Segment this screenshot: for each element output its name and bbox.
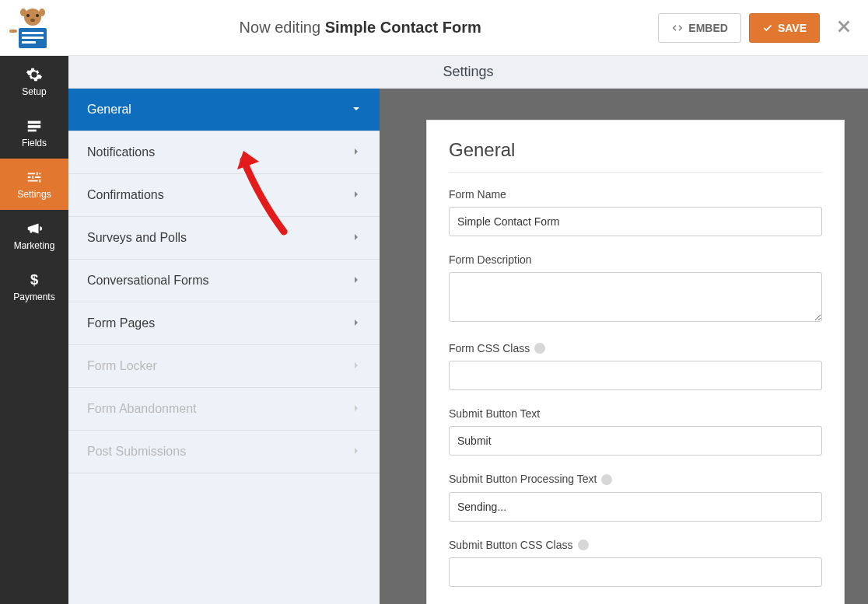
field-form-description: Form Description	[449, 253, 822, 325]
save-button[interactable]: SAVE	[749, 13, 820, 43]
submenu-notifications[interactable]: Notifications	[68, 131, 380, 174]
field-submit-text: Submit Button Text	[449, 407, 822, 456]
submenu-label: Conversational Forms	[87, 274, 209, 288]
editing-title: Now editing Simple Contact Form	[62, 19, 658, 37]
submenu-post-submissions[interactable]: Post Submissions	[68, 431, 380, 473]
svg-point-5	[39, 9, 45, 16]
general-panel: General Form Name Form Description Form …	[426, 120, 845, 604]
chevron-right-icon	[352, 145, 361, 159]
embed-button[interactable]: EMBED	[658, 13, 741, 43]
content-wrap: General Form Name Form Description Form …	[380, 89, 868, 604]
chevron-right-icon	[352, 316, 361, 330]
vnav-setup[interactable]: Setup	[0, 56, 68, 107]
vnav-fields-label: Fields	[22, 138, 47, 148]
help-icon[interactable]	[601, 474, 612, 485]
megaphone-icon	[26, 220, 43, 237]
svg-rect-7	[22, 32, 44, 34]
field-form-css: Form CSS Class	[449, 342, 822, 390]
close-icon	[835, 18, 852, 35]
vnav-payments[interactable]: $ Payments	[0, 261, 68, 312]
editing-label: Now editing	[240, 19, 321, 36]
field-submit-css: Submit Button CSS Class	[449, 539, 822, 587]
chevron-right-icon	[352, 188, 361, 202]
submit-processing-label: Submit Button Processing Text	[449, 473, 822, 485]
help-icon[interactable]	[578, 539, 589, 550]
chevron-right-icon	[352, 402, 361, 416]
svg-point-4	[20, 9, 26, 16]
form-desc-input[interactable]	[449, 272, 822, 322]
submenu-general[interactable]: General	[68, 89, 380, 131]
submenu-label: Surveys and Polls	[87, 231, 187, 245]
divider	[449, 172, 822, 173]
submenu-confirmations[interactable]: Confirmations	[68, 174, 380, 217]
chevron-right-icon	[352, 274, 361, 288]
svg-rect-8	[22, 37, 44, 39]
check-icon	[762, 23, 773, 33]
submit-css-input[interactable]	[449, 557, 822, 587]
content-columns: General Notifications Confirmations Surv…	[68, 89, 868, 604]
submit-processing-input[interactable]	[449, 492, 822, 522]
svg-text:$: $	[30, 271, 38, 288]
submit-text-input[interactable]	[449, 426, 822, 456]
right-column: Settings General Notifications Confirmat…	[68, 56, 868, 604]
chevron-right-icon	[352, 445, 361, 459]
svg-rect-10	[9, 30, 17, 33]
svg-point-1	[26, 14, 30, 17]
submenu-label: General	[87, 103, 131, 117]
submit-text-label: Submit Button Text	[449, 407, 822, 420]
submenu-label: Notifications	[87, 145, 155, 159]
panel-heading: General	[449, 139, 822, 161]
submenu-label: Post Submissions	[87, 445, 186, 459]
form-desc-label: Form Description	[449, 253, 822, 266]
field-form-name: Form Name	[449, 188, 822, 236]
chevron-right-icon	[352, 231, 361, 245]
vnav-settings[interactable]: Settings	[0, 159, 68, 210]
help-icon[interactable]	[534, 343, 545, 354]
svg-rect-9	[22, 41, 36, 44]
app-root: Now editing Simple Contact Form EMBED SA…	[0, 0, 868, 604]
embed-icon	[671, 22, 684, 34]
submenu-formpages[interactable]: Form Pages	[68, 302, 380, 345]
sliders-icon	[26, 169, 43, 186]
editing-form-name: Simple Contact Form	[325, 19, 481, 36]
vnav-marketing[interactable]: Marketing	[0, 210, 68, 261]
page-title: Settings	[443, 64, 493, 80]
field-submit-processing: Submit Button Processing Text	[449, 473, 822, 521]
submenu-label: Form Pages	[87, 316, 155, 330]
svg-point-0	[24, 9, 41, 26]
gear-icon	[26, 66, 43, 83]
wpforms-logo	[8, 5, 54, 51]
vnav-settings-label: Settings	[17, 189, 51, 200]
vnav-payments-label: Payments	[13, 292, 54, 302]
svg-rect-13	[28, 130, 37, 132]
submenu-label: Confirmations	[87, 188, 164, 202]
svg-rect-12	[28, 125, 41, 128]
submenu-abandonment[interactable]: Form Abandonment	[68, 388, 380, 431]
chevron-down-icon	[352, 103, 361, 117]
save-button-label: SAVE	[778, 22, 807, 34]
main-area: Setup Fields Settings Marketing $ Paymen…	[0, 56, 868, 604]
form-name-input[interactable]	[449, 207, 822, 236]
top-bar: Now editing Simple Contact Form EMBED SA…	[0, 0, 868, 56]
form-name-label: Form Name	[449, 188, 822, 201]
chevron-right-icon	[352, 359, 361, 373]
vertical-nav: Setup Fields Settings Marketing $ Paymen…	[0, 56, 68, 604]
close-button[interactable]	[829, 18, 859, 38]
submenu-label: Form Locker	[87, 359, 157, 373]
page-header: Settings	[68, 56, 868, 89]
svg-point-2	[36, 14, 39, 17]
settings-submenu: General Notifications Confirmations Surv…	[68, 89, 380, 604]
vnav-fields[interactable]: Fields	[0, 107, 68, 159]
form-css-input[interactable]	[449, 361, 822, 390]
dollar-icon: $	[26, 271, 43, 288]
vnav-setup-label: Setup	[22, 86, 46, 97]
submenu-label: Form Abandonment	[87, 402, 197, 416]
submenu-conversational[interactable]: Conversational Forms	[68, 260, 380, 302]
submit-css-label: Submit Button CSS Class	[449, 539, 822, 551]
vnav-marketing-label: Marketing	[14, 240, 55, 251]
submenu-formlocker[interactable]: Form Locker	[68, 345, 380, 388]
submenu-surveys[interactable]: Surveys and Polls	[68, 217, 380, 260]
fields-icon	[26, 117, 43, 134]
svg-point-3	[30, 19, 35, 22]
form-css-label: Form CSS Class	[449, 342, 822, 354]
